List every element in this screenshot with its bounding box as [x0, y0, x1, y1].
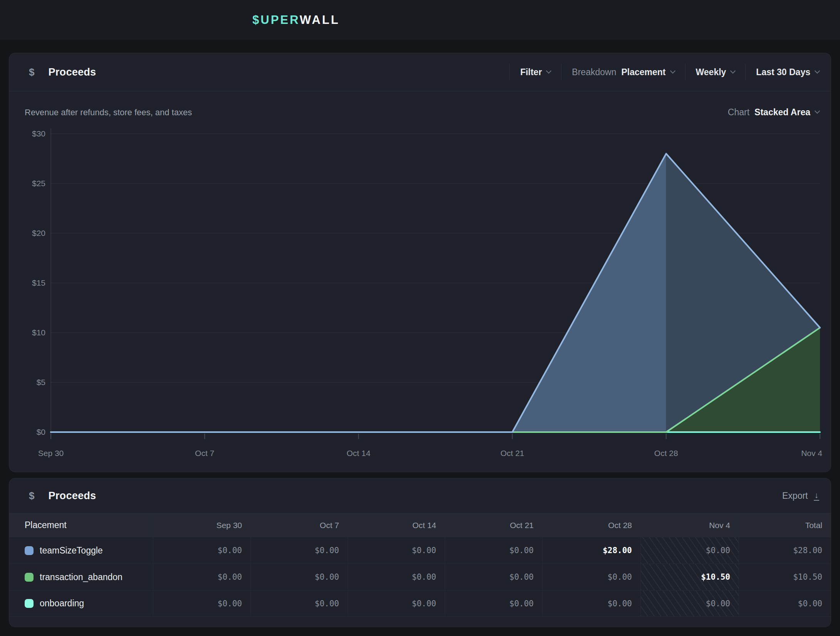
chevron-down-icon [546, 68, 551, 73]
logo-primary-text: $UPER [252, 13, 300, 27]
column-header-placement: Placement [9, 513, 153, 537]
column-header-nov-4: Nov 4 [640, 513, 739, 537]
chart-card-header: $ Proceeds Filter Breakdown Placement We… [9, 53, 831, 91]
chart-subheader: Revenue after refunds, store fees, and t… [9, 91, 831, 118]
filter-label: Filter [520, 67, 542, 77]
x-axis-label: Nov 4 [801, 449, 822, 458]
proceeds-chart-card: $ Proceeds Filter Breakdown Placement We… [9, 53, 831, 472]
series-color-swatch [25, 546, 34, 555]
chart-type-label: Chart [728, 107, 749, 118]
chart-description: Revenue after refunds, store fees, and t… [25, 108, 192, 118]
series-color-swatch [25, 599, 34, 608]
table-value-cell: $0.00 [640, 537, 739, 564]
table-row-label: onboarding [9, 590, 153, 617]
column-header-sep-30: Sep 30 [153, 513, 250, 537]
chart-type-value: Stacked Area [754, 107, 810, 118]
x-axis-label: Sep 30 [38, 449, 64, 458]
dollar-icon: $ [29, 66, 34, 78]
period-dropdown[interactable]: Weekly [685, 53, 746, 91]
x-axis-label: Oct 14 [346, 449, 370, 458]
table-value-cell: $0.00 [250, 537, 348, 564]
period-value: Weekly [696, 67, 726, 77]
table-card-title: Proceeds [48, 490, 96, 502]
x-axis-label: Oct 28 [654, 449, 678, 458]
proceeds-table-card: $ Proceeds Export ↓ PlacementSep 30Oct 7… [9, 478, 831, 627]
table-value-cell: $0.00 [348, 537, 445, 564]
date-range-value: Last 30 Days [756, 67, 810, 77]
breakdown-value: Placement [621, 67, 665, 77]
table-value-cell: $0.00 [542, 590, 640, 617]
x-axis: Sep 30Oct 7Oct 14Oct 21Oct 28Nov 4 [38, 434, 823, 458]
table-value-cell: $10.50 [739, 564, 831, 590]
column-header-total: Total [739, 513, 831, 537]
export-label: Export [782, 491, 808, 501]
top-navigation-bar: $UPERWALL [0, 0, 840, 40]
table-value-cell: $10.50 [640, 564, 739, 590]
y-axis-label: $30 [32, 129, 45, 138]
column-header-oct-28: Oct 28 [542, 513, 640, 537]
table-row-label: transaction_abandon [9, 564, 153, 590]
y-axis-label: $15 [32, 278, 45, 287]
y-axis-label: $5 [37, 378, 45, 387]
chart-type-dropdown[interactable]: Chart Stacked Area [728, 107, 819, 118]
series-color-swatch [25, 573, 34, 582]
chevron-down-icon [670, 68, 675, 73]
column-header-oct-21: Oct 21 [445, 513, 542, 537]
placement-name: transaction_abandon [40, 572, 123, 582]
chevron-down-icon [815, 108, 820, 114]
download-icon: ↓ [814, 491, 820, 501]
table-value-cell: $0.00 [250, 564, 348, 590]
y-axis-label: $0 [37, 427, 45, 436]
superwall-logo[interactable]: $UPERWALL [252, 13, 340, 27]
placement-name: teamSizeToggle [40, 545, 103, 556]
table-value-cell: $0.00 [250, 590, 348, 617]
chart-controls: Filter Breakdown Placement Weekly Last 3… [509, 53, 822, 91]
stacked-area-chart[interactable]: $0$5$10$15$20$25$30Sep 30Oct 7Oct 14Oct … [9, 118, 830, 473]
table-value-cell: $0.00 [640, 590, 739, 617]
table-value-cell: $0.00 [445, 537, 542, 564]
column-header-oct-14: Oct 14 [348, 513, 445, 537]
table-value-cell: $28.00 [739, 537, 831, 564]
table-value-cell: $0.00 [445, 564, 542, 590]
table-value-cell: $0.00 [445, 590, 542, 617]
export-button[interactable]: Export ↓ [782, 491, 819, 501]
table-value-cell: $0.00 [153, 537, 250, 564]
breakdown-label: Breakdown [572, 67, 616, 77]
chart-card-title: Proceeds [48, 66, 96, 78]
table-value-cell: $0.00 [739, 590, 831, 617]
table-card-header: $ Proceeds Export ↓ [9, 478, 831, 513]
table-value-cell: $0.00 [348, 564, 445, 590]
table-value-cell: $0.00 [542, 564, 640, 590]
placement-name: onboarding [40, 598, 84, 609]
column-header-oct-7: Oct 7 [250, 513, 348, 537]
chevron-down-icon [730, 68, 736, 73]
chevron-down-icon [815, 68, 820, 73]
y-axis-label: $25 [32, 179, 45, 188]
series-areas [512, 154, 820, 432]
filter-dropdown[interactable]: Filter [510, 53, 561, 91]
table-value-cell: $28.00 [542, 537, 640, 564]
proceeds-table: PlacementSep 30Oct 7Oct 14Oct 21Oct 28No… [9, 513, 831, 617]
table-value-cell: $0.00 [153, 590, 250, 617]
x-axis-label: Oct 21 [501, 449, 524, 458]
table-row-label: teamSizeToggle [9, 537, 153, 564]
table-value-cell: $0.00 [348, 590, 445, 617]
date-range-dropdown[interactable]: Last 30 Days [746, 53, 822, 91]
table-value-cell: $0.00 [153, 564, 250, 590]
logo-secondary-text: WALL [300, 13, 340, 27]
x-axis-label: Oct 7 [195, 449, 214, 458]
y-axis-label: $10 [32, 328, 45, 337]
breakdown-dropdown[interactable]: Breakdown Placement [561, 53, 685, 91]
dollar-icon: $ [29, 490, 34, 502]
y-axis-label: $20 [32, 229, 45, 237]
